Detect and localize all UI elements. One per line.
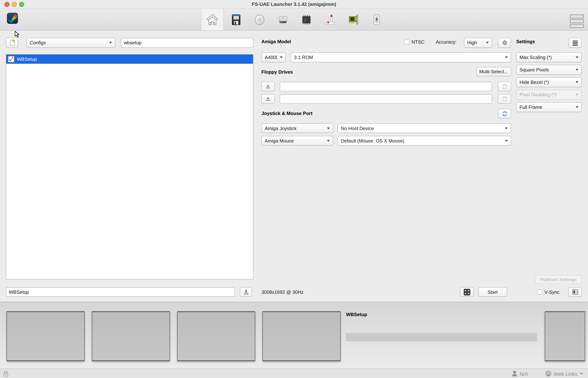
setting-dropdown-pixel-doubling: Pixel Doubling (*)	[516, 90, 582, 100]
caret-down-icon	[575, 56, 578, 58]
web-links-menu[interactable]: Web Links	[554, 371, 577, 377]
floppy-eject-button-0[interactable]	[261, 82, 274, 91]
lock-icon	[3, 370, 9, 377]
port0-type-value: Amiga Mouse	[265, 138, 325, 143]
port1-type-dropdown[interactable]: Amiga Joystick	[261, 123, 333, 133]
settings-menu-button[interactable]	[569, 38, 582, 48]
port1-device-value: No Host Device	[341, 125, 503, 131]
start-label: Start	[488, 289, 498, 295]
floppy-drive-path-0[interactable]	[280, 82, 492, 91]
caret-down-icon	[575, 94, 578, 95]
tab-floppies[interactable]	[225, 9, 247, 30]
setting-dropdown-square-pixels[interactable]: Square Pixels	[516, 65, 582, 75]
tab-hardware[interactable]	[295, 9, 317, 30]
tab-cdroms[interactable]	[248, 9, 271, 30]
status-bar: N/A Web Links	[0, 368, 588, 378]
platform-settings-label: Platform Settings	[540, 277, 576, 282]
vsync-label: V-Sync	[544, 289, 560, 295]
accuracy-dropdown[interactable]: High	[464, 38, 492, 48]
config-file-icon	[8, 56, 14, 62]
floppy-browse-button-0[interactable]	[498, 82, 511, 91]
joystick-icon	[324, 13, 336, 26]
model-settings-button[interactable]	[498, 38, 511, 48]
accuracy-value: High	[467, 40, 484, 45]
vsync-checkbox[interactable]	[537, 289, 542, 295]
config-search-input[interactable]	[121, 38, 253, 48]
fullscreen-button[interactable]	[460, 287, 474, 297]
caret-down-icon	[327, 127, 330, 129]
kickstart-rom-combo[interactable]: 3.1 ROM	[291, 52, 511, 62]
screenshot-thumbnail-3	[177, 311, 255, 361]
config-name-input[interactable]	[6, 287, 235, 297]
caret-down-icon	[575, 106, 578, 108]
game-info-panel: WBSetup	[0, 302, 588, 368]
tab-expansions[interactable]	[342, 9, 364, 30]
tab-hard-drives[interactable]	[272, 9, 294, 30]
save-config-button[interactable]	[240, 287, 252, 297]
screenshot-thumbnail-2	[92, 311, 170, 361]
setting-dropdown-hide-bezel[interactable]: Hide Bezel (*)	[516, 77, 582, 87]
tab-input[interactable]	[319, 9, 341, 30]
ntsc-checkbox[interactable]	[404, 39, 409, 44]
floppy-eject-button-1[interactable]	[261, 94, 274, 104]
login-status[interactable]: N/A	[520, 371, 528, 377]
hard-drive-icon	[277, 13, 289, 26]
ntsc-label: NTSC	[412, 39, 425, 45]
floppy-browse-button-1[interactable]	[498, 94, 511, 104]
joystick-mouse-heading: Joystick & Mouse Port	[261, 111, 313, 116]
settings-heading: Settings	[516, 39, 535, 44]
caret-down-icon	[505, 127, 508, 129]
new-config-button[interactable]	[6, 38, 18, 48]
caret-down-icon[interactable]	[580, 373, 583, 375]
fs-uae-launcher-window: FS-UAE Launcher 3.1.42 (amigajimm)	[0, 0, 588, 378]
tab-additional-config[interactable]	[366, 9, 388, 30]
port0-device-value: Default (Mouse: OS X Mouse)	[341, 138, 503, 143]
amiga-model-dropdown[interactable]: A4000	[261, 52, 286, 62]
resolution-text: 3008x1692 @ 30Hz	[261, 289, 303, 295]
screenshot-thumbnail-1	[7, 311, 85, 361]
gear-icon	[501, 40, 508, 46]
multi-select-label: Multi-Select...	[479, 69, 508, 74]
config-type-dropdown[interactable]: Configs	[26, 38, 115, 48]
list-lines-icon	[572, 40, 578, 46]
file-icon	[502, 96, 508, 102]
menu-bar-icon	[570, 24, 584, 28]
caret-down-icon	[505, 56, 508, 58]
setting-value: Full Frame	[520, 104, 573, 110]
floppy-drive-path-1[interactable]	[280, 94, 492, 104]
game-title: WBSetup	[346, 312, 367, 317]
globe-icon	[545, 370, 552, 377]
platform-settings-button[interactable]: Platform Settings	[535, 275, 582, 284]
floppy-disk-icon	[230, 13, 242, 26]
new-config-icon	[8, 39, 16, 47]
swap-ports-button[interactable]	[498, 109, 511, 118]
game-description-placeholder	[346, 333, 537, 341]
start-button[interactable]: Start	[478, 287, 507, 297]
app-menu-button[interactable]	[570, 15, 584, 29]
multi-select-button[interactable]: Multi-Select...	[476, 67, 511, 76]
user-icon	[512, 371, 517, 377]
window-title: FS-UAE Launcher 3.1.42 (amigajimm)	[0, 1, 588, 7]
caret-down-icon	[486, 42, 489, 44]
screenshot-thumbnail-4	[262, 311, 340, 361]
fullscreen-icon	[463, 288, 470, 295]
config-list-item[interactable]: WBSetup	[6, 54, 253, 64]
port0-device-combo[interactable]: Default (Mouse: OS X Mouse)	[338, 136, 511, 145]
kickstart-rom-value: 3.1 ROM	[294, 54, 503, 60]
main-toolbar	[0, 9, 588, 31]
port1-type-value: Amiga Joystick	[265, 125, 325, 131]
amiga-model-value: A4000	[265, 54, 277, 60]
setting-dropdown-max-scaling[interactable]: Max Scaling (*)	[516, 52, 582, 62]
expansion-card-icon	[347, 13, 360, 26]
caret-down-icon	[575, 69, 578, 71]
save-icon	[243, 289, 249, 295]
caret-down-icon	[109, 42, 112, 44]
monitor-select-button[interactable]	[568, 287, 582, 297]
tab-main[interactable]	[201, 9, 224, 30]
setting-dropdown-full-frame[interactable]: Full Frame	[516, 102, 582, 112]
port0-type-dropdown[interactable]: Amiga Mouse	[261, 136, 333, 145]
port1-device-combo[interactable]: No Host Device	[338, 123, 511, 133]
fs-uae-logo[interactable]	[7, 13, 18, 24]
caret-down-icon	[575, 81, 578, 83]
file-icon	[502, 83, 508, 89]
